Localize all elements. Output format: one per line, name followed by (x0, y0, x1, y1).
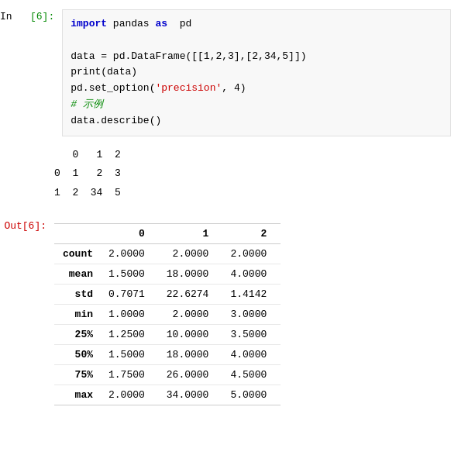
table-row: count 2.0000 2.0000 2.0000 (54, 243, 281, 264)
cell-col0: 1.0000 (101, 304, 159, 324)
in-text: In (0, 11, 12, 22)
code-line-3: print(data) (71, 64, 442, 81)
row-label: count (54, 243, 101, 264)
cell-col1: 18.0000 (159, 344, 223, 364)
print-line-2: 0 1 2 3 (54, 164, 451, 184)
module-pandas: pandas (113, 18, 150, 29)
col-header-2: 2 (222, 223, 281, 243)
in-number: [6]: (30, 11, 54, 22)
keyword-import: import (71, 18, 107, 29)
input-cell-row: In [6]: import pandas as pd data = pd.Da… (0, 6, 451, 140)
output-cell-row: Out[6]: 0 1 2 count 2.0000 2.0000 2.0000… (0, 214, 451, 412)
code-line-2: data = pd.DataFrame([[1,2,3],[2,34,5]]) (71, 49, 442, 65)
table-row: max 2.0000 34.0000 5.0000 (54, 385, 281, 405)
row-label: 75% (54, 364, 101, 385)
code-print: print(data) (71, 66, 137, 78)
table-header-row: 0 1 2 (54, 223, 281, 243)
table-row: mean 1.5000 18.0000 4.0000 (54, 264, 281, 284)
code-line-1: import pandas as pd (71, 16, 442, 33)
cell-col0: 2.0000 (101, 243, 159, 264)
code-block[interactable]: import pandas as pd data = pd.DataFrame(… (62, 9, 451, 136)
row-label: min (54, 304, 101, 324)
code-describe: data.describe() (71, 115, 161, 126)
code-dataframe: data = pd.DataFrame([[1,2,3],[2,34,5]]) (71, 50, 306, 62)
cell-col2: 4.5000 (222, 364, 281, 385)
print-output-row: 0 1 2 0 1 2 3 1 2 34 5 (0, 140, 451, 209)
cell-col0: 1.5000 (101, 264, 159, 284)
describe-output-area: 0 1 2 count 2.0000 2.0000 2.0000 mean 1.… (54, 217, 451, 409)
alias-pd: pd (174, 18, 191, 29)
cell-col1: 22.6274 (159, 284, 223, 304)
cell-col2: 5.0000 (222, 385, 281, 405)
notebook-cell-6: In [6]: import pandas as pd data = pd.Da… (0, 0, 451, 418)
cell-col0: 2.0000 (101, 385, 159, 405)
cell-col1: 2.0000 (159, 243, 223, 264)
cell-col2: 4.0000 (222, 344, 281, 364)
code-line-6: data.describe() (71, 113, 442, 129)
row-label: 25% (54, 324, 101, 344)
cell-col1: 2.0000 (159, 304, 223, 324)
describe-table: 0 1 2 count 2.0000 2.0000 2.0000 mean 1.… (54, 223, 281, 405)
cell-col2: 3.5000 (222, 324, 281, 344)
row-label: 50% (54, 344, 101, 364)
keyword-as: as (155, 18, 167, 29)
print-output-area: 0 1 2 0 1 2 3 1 2 34 5 (54, 143, 451, 206)
cell-col2: 3.0000 (222, 304, 281, 324)
col-header-0: 0 (101, 223, 159, 243)
cell-col1: 10.0000 (159, 324, 223, 344)
cell-col1: 34.0000 (159, 385, 223, 405)
code-line-4: pd.set_option('precision', 4) (71, 81, 442, 97)
out-label: Out[6]: (0, 217, 54, 232)
code-line-blank (71, 33, 442, 49)
code-setoption-prefix: pd.set_option( (71, 82, 155, 94)
cell-col0: 1.5000 (101, 344, 159, 364)
row-label: mean (54, 264, 101, 284)
cell-col2: 4.0000 (222, 264, 281, 284)
cell-col0: 1.2500 (101, 324, 159, 344)
code-setoption-suffix: , 4) (222, 82, 246, 94)
row-label: std (54, 284, 101, 304)
print-line-1: 0 1 2 (54, 146, 451, 165)
cell-col1: 18.0000 (159, 264, 223, 284)
table-row: min 1.0000 2.0000 3.0000 (54, 304, 281, 324)
cell-col0: 1.7500 (101, 364, 159, 385)
table-row: std 0.7071 22.6274 1.4142 (54, 284, 281, 304)
table-row: 75% 1.7500 26.0000 4.5000 (54, 364, 281, 385)
cell-col2: 2.0000 (222, 243, 281, 264)
code-comment: # 示例 (71, 98, 103, 110)
code-setoption-str: 'precision' (155, 82, 222, 94)
print-line-3: 1 2 34 5 (54, 184, 451, 203)
cell-col2: 1.4142 (222, 284, 281, 304)
col-header-index (54, 223, 101, 243)
code-line-5: # 示例 (71, 97, 442, 113)
row-label: max (54, 385, 101, 405)
col-header-1: 1 (159, 223, 223, 243)
cell-col0: 0.7071 (101, 284, 159, 304)
in-label: In [6]: (0, 9, 62, 22)
table-row: 50% 1.5000 18.0000 4.0000 (54, 344, 281, 364)
table-row: 25% 1.2500 10.0000 3.5000 (54, 324, 281, 344)
cell-col1: 26.0000 (159, 364, 223, 385)
